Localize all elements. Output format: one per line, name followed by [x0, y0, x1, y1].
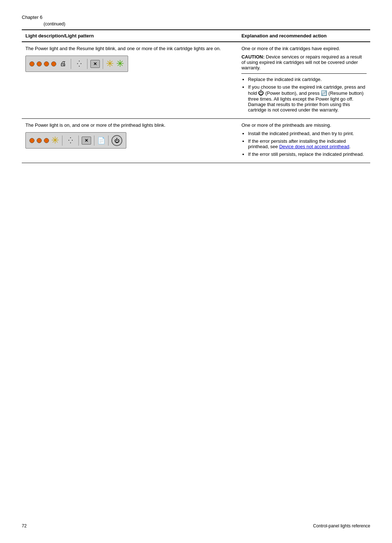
nav-dots-icon: ⁛: [74, 59, 84, 69]
nav-dots-icon-2: ⁛: [65, 135, 75, 146]
cancel-icon: ✕: [90, 60, 100, 68]
separator3: [103, 59, 103, 69]
table-row: The Power light is on, and one or more o…: [22, 119, 370, 163]
row1-right-para1: One or more of the ink cartridges have e…: [241, 46, 367, 51]
row1-bullet-list: Replace the indicated ink cartridge. If …: [241, 77, 367, 113]
led2-1: [29, 138, 34, 143]
divider: [241, 73, 367, 74]
led-1: [29, 61, 34, 66]
row2-left-description: The Power light is on, and one or more o…: [25, 122, 234, 128]
row1-left-description: The Power light and the Resume light bli…: [25, 46, 234, 51]
led-3: [44, 61, 49, 66]
table-row: The Power light and the Resume light bli…: [22, 42, 370, 119]
panel-illustration-2: ✳ ⁛ ✕ 📄 ⏻: [25, 132, 126, 149]
row2-bullet-list: Install the indicated printhead, and the…: [241, 131, 367, 157]
row2-bullet2: If the error persists after installing t…: [248, 138, 367, 149]
chapter-label: Chapter 6: [22, 15, 370, 20]
row2-right-para1: One or more of the printheads are missin…: [241, 122, 367, 128]
panel-illustration-1: 🖨 ⁛ ✕ ✳ ✳: [25, 56, 128, 72]
star-icon-2: ✳: [116, 58, 124, 69]
row2-bullet3: If the error still persists, replace the…: [248, 151, 367, 157]
row2-bullet2-link[interactable]: Device does not accept printhead: [279, 144, 349, 149]
header-left: Light description/Light pattern: [22, 30, 238, 42]
row2-bullet1: Install the indicated printhead, and the…: [248, 131, 367, 136]
caution-label: CAUTION:: [241, 54, 265, 60]
power-icon-inline: ⏻: [258, 90, 264, 96]
ink-cartridge-icon: 🖨: [60, 60, 66, 68]
printhead-star-1: ✳: [51, 135, 59, 146]
separator7: [108, 135, 109, 146]
row1-right: One or more of the ink cartridges have e…: [238, 42, 370, 119]
cancel-icon-2: ✕: [82, 137, 91, 145]
row1-bullet2: If you choose to use the expired ink car…: [248, 84, 367, 113]
row1-left: The Power light and the Resume light bli…: [22, 42, 238, 119]
footer-page: 72: [22, 523, 26, 528]
doc-icon: 📄: [97, 137, 105, 145]
caution-block: CAUTION: Device services or repairs requ…: [241, 54, 367, 70]
footer: 72 Control-panel lights reference: [22, 523, 370, 528]
star-icon-1: ✳: [106, 58, 114, 69]
led2-3: [44, 138, 49, 143]
continued-label: (continued): [44, 21, 370, 27]
row1-bullet2-power: (Power button), and press: [265, 90, 321, 96]
row2-bullet2-end: .: [349, 144, 351, 149]
resume-icon-inline: 🔃: [321, 90, 327, 96]
led2-2: [37, 138, 42, 143]
led-4: [51, 61, 56, 66]
led-2: [37, 61, 42, 66]
separator: [71, 59, 71, 69]
power-circle-icon: ⏻: [111, 135, 122, 146]
row2-left: The Power light is on, and one or more o…: [22, 119, 238, 163]
separator6: [94, 135, 94, 146]
separator4: [62, 135, 62, 146]
row1-bullet1: Replace the indicated ink cartridge.: [248, 77, 367, 82]
separator2: [87, 59, 87, 69]
footer-title: Control-panel lights reference: [313, 523, 370, 528]
separator5: [78, 135, 79, 146]
row2-right: One or more of the printheads are missin…: [238, 119, 370, 163]
header-right: Explanation and recommended action: [238, 30, 370, 42]
main-table: Light description/Light pattern Explanat…: [22, 29, 370, 163]
